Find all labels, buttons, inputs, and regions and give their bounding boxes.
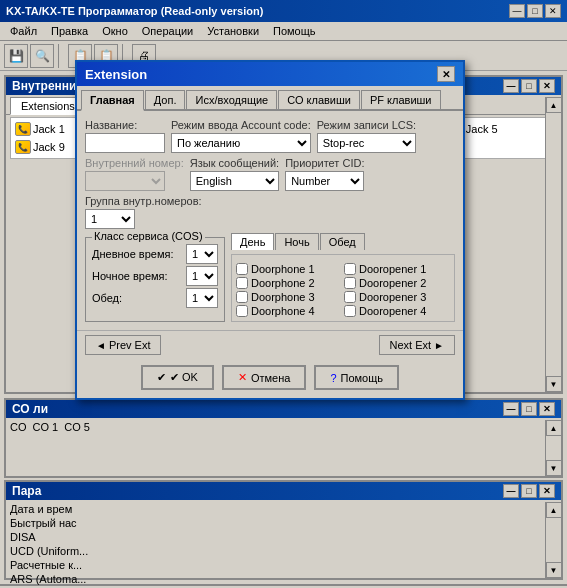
tab-additional[interactable]: Доп. (145, 90, 186, 109)
cos-lunch-select[interactable]: 1 (186, 288, 218, 308)
dialog-actions: ✔ ✔ OK ✕ Отмена ? Помощь (77, 359, 463, 398)
tab-inout[interactable]: Исх/входящие (186, 90, 277, 109)
help-label: Помощь (341, 372, 384, 384)
doorphone-container: Doorphone 1 Dooropener 1 Doorphone 2 (231, 254, 455, 322)
dooropener-4-label: Dooropener 4 (359, 305, 426, 317)
account-select[interactable]: По желанию (171, 133, 311, 153)
cos-night-select[interactable]: 1 (186, 266, 218, 286)
ok-button[interactable]: ✔ ✔ OK (141, 365, 214, 390)
dooropener-3-label: Dooropener 3 (359, 291, 426, 303)
name-group: Название: (85, 119, 165, 153)
doorphone-2-label: Doorphone 2 (251, 277, 315, 289)
ok-label: ✔ OK (170, 371, 198, 384)
tab-pf-keys[interactable]: PF клавиши (361, 90, 441, 109)
dooropener-1-check[interactable] (344, 263, 356, 275)
doorphone-3-label: Doorphone 3 (251, 291, 315, 303)
prev-ext-label: Prev Ext (109, 339, 151, 351)
cos-night-row: Ночное время: 1 (92, 266, 218, 286)
right-section: День Ночь Обед Doorphone 1 Doo (231, 233, 455, 322)
lang-select[interactable]: English (190, 171, 279, 191)
cos-day-row: Дневное время: 1 (92, 244, 218, 264)
cos-section: Класс сервиса (COS) Дневное время: 1 Ноч… (85, 237, 225, 322)
dooropener-4-check[interactable] (344, 305, 356, 317)
cos-night-label: Ночное время: (92, 270, 182, 282)
doorphone-2-item: Doorphone 2 (236, 277, 342, 289)
dialog-nav: ◄ Prev Ext Next Ext ► (77, 330, 463, 359)
day-night-tabs: День Ночь Обед (231, 233, 455, 250)
cos-lunch-row: Обед: 1 (92, 288, 218, 308)
lcs-group: Режим записи LCS: Stop-rec (317, 119, 416, 153)
lcs-select[interactable]: Stop-rec (317, 133, 416, 153)
next-arrow-icon: ► (434, 340, 444, 351)
cos-section-label: Класс сервиса (COS) (92, 230, 205, 242)
priority-label: Приоритет CID: (285, 157, 364, 169)
dooropener-2-label: Dooropener 2 (359, 277, 426, 289)
doorphone-1-item: Doorphone 1 (236, 263, 342, 275)
doorphone-4-label: Doorphone 4 (251, 305, 315, 317)
internal-num-select (85, 171, 165, 191)
internal-num-label: Внутренний номер: (85, 157, 184, 169)
dooropener-2-item: Dooropener 2 (344, 277, 450, 289)
dooropener-2-check[interactable] (344, 277, 356, 289)
doorphone-4-check[interactable] (236, 305, 248, 317)
ok-checkmark-icon: ✔ (157, 371, 166, 384)
dooropener-3-item: Dooropener 3 (344, 291, 450, 303)
prev-ext-button[interactable]: ◄ Prev Ext (85, 335, 161, 355)
tab-day[interactable]: День (231, 233, 274, 250)
prev-arrow-icon: ◄ (96, 340, 106, 351)
cancel-button[interactable]: ✕ Отмена (222, 365, 306, 390)
dooropener-1-label: Dooropener 1 (359, 263, 426, 275)
account-label: Режим ввода Account code: (171, 119, 311, 131)
form-row-3: Группа внутр.номеров: 1 (85, 195, 455, 229)
lang-label: Язык сообщений: (190, 157, 279, 169)
tab-co-keys[interactable]: СО клавиши (278, 90, 360, 109)
doorphone-2-check[interactable] (236, 277, 248, 289)
doorphone-4-item: Doorphone 4 (236, 305, 342, 317)
lcs-label: Режим записи LCS: (317, 119, 416, 131)
dialog-title-bar: Extension ✕ (77, 62, 463, 86)
doorphone-3-check[interactable] (236, 291, 248, 303)
help-icon: ? (330, 372, 336, 384)
cos-lunch-label: Обед: (92, 292, 182, 304)
form-row-2: Внутренний номер: Язык сообщений: Englis… (85, 157, 455, 191)
cos-day-select[interactable]: 1 (186, 244, 218, 264)
dialog-title: Extension (85, 67, 147, 82)
dialog-content: Название: Режим ввода Account code: По ж… (77, 111, 463, 330)
bottom-section: Класс сервиса (COS) Дневное время: 1 Ноч… (85, 233, 455, 322)
dialog-tabs: Главная Доп. Исх/входящие СО клавиши PF … (77, 86, 463, 111)
help-button[interactable]: ? Помощь (314, 365, 399, 390)
name-input[interactable] (85, 133, 165, 153)
dialog-overlay: Extension ✕ Главная Доп. Исх/входящие СО… (0, 0, 567, 588)
group-label: Группа внутр.номеров: (85, 195, 202, 207)
dialog-close-button[interactable]: ✕ (437, 66, 455, 82)
extension-dialog: Extension ✕ Главная Доп. Исх/входящие СО… (75, 60, 465, 400)
cancel-x-icon: ✕ (238, 371, 247, 384)
group-select[interactable]: 1 (85, 209, 135, 229)
internal-num-group: Внутренний номер: (85, 157, 184, 191)
tab-night[interactable]: Ночь (275, 233, 318, 250)
priority-select[interactable]: Number (285, 171, 364, 191)
dooropener-4-item: Dooropener 4 (344, 305, 450, 317)
tab-lunch[interactable]: Обед (320, 233, 365, 250)
lang-group: Язык сообщений: English (190, 157, 279, 191)
doorphone-1-label: Doorphone 1 (251, 263, 315, 275)
dooropener-1-item: Dooropener 1 (344, 263, 450, 275)
next-ext-button[interactable]: Next Ext ► (379, 335, 455, 355)
next-ext-label: Next Ext (390, 339, 432, 351)
priority-group: Приоритет CID: Number (285, 157, 364, 191)
name-label: Название: (85, 119, 165, 131)
dooropener-3-check[interactable] (344, 291, 356, 303)
form-row-1: Название: Режим ввода Account code: По ж… (85, 119, 455, 153)
cancel-label: Отмена (251, 372, 290, 384)
account-group: Режим ввода Account code: По желанию (171, 119, 311, 153)
group-group: Группа внутр.номеров: 1 (85, 195, 202, 229)
cos-day-label: Дневное время: (92, 248, 182, 260)
doorphone-3-item: Doorphone 3 (236, 291, 342, 303)
doorphone-1-check[interactable] (236, 263, 248, 275)
doorphone-grid: Doorphone 1 Dooropener 1 Doorphone 2 (236, 263, 450, 317)
tab-main[interactable]: Главная (81, 90, 144, 111)
